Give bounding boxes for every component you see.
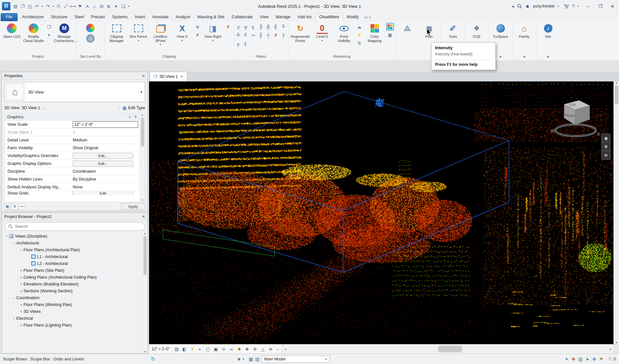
regenerate-points-button[interactable]: ↻ Regenerate Points <box>290 22 311 53</box>
vertical-scrollbar[interactable]: ▲ ▼ <box>613 81 619 344</box>
tab-view[interactable]: View <box>256 13 272 21</box>
tree-item[interactable]: L1 - Architectural <box>3 253 142 260</box>
temp-view-properties-icon[interactable]: ❖ <box>243 345 251 353</box>
panel-dropdown-family[interactable]: ▾ <box>514 53 535 60</box>
swap-points-icon[interactable]: ⇅ <box>356 39 363 47</box>
view-tab-close-icon[interactable]: ✕ <box>180 75 183 79</box>
steering-wheel-icon[interactable]: ◉ <box>602 134 610 142</box>
level-0-button[interactable]: 0 Level 0 ▾ <box>311 22 333 53</box>
tab-analyze[interactable]: Analyze <box>172 13 194 21</box>
help-dropdown-icon[interactable]: ▾ <box>578 5 581 8</box>
design-options-icon-2[interactable]: ▧ <box>255 357 259 362</box>
thin-lines-icon[interactable]: ≣ <box>105 3 112 10</box>
detail-level-value[interactable]: Medium <box>71 138 145 142</box>
tab-file[interactable]: File <box>1 13 18 21</box>
scroll-down-icon[interactable]: ▼ <box>615 341 618 344</box>
hide-isolate-icon[interactable]: ∞ <box>228 345 235 353</box>
user-menu-dropdown-icon[interactable]: ▾ <box>557 5 561 8</box>
press-drag-icon[interactable]: ⚑ <box>599 357 603 362</box>
aligned-dimension-icon[interactable]: ⟷ <box>69 3 76 10</box>
shadows-icon[interactable]: ◐ <box>196 345 204 353</box>
remove-clip-icon[interactable]: ✗ <box>194 31 201 38</box>
worksets-control[interactable]: ☻ ▾ <box>237 357 244 361</box>
fitter-icon[interactable]: ═ <box>250 32 257 39</box>
tree-item[interactable]: −Views (Discipline) <box>3 233 142 240</box>
intensity-mapping-icon[interactable] <box>386 23 394 30</box>
view-tab-3d-view-1[interactable]: ❒ 3D View 1 ✕ <box>150 72 187 81</box>
design-option-select[interactable]: Main Model ▾ <box>261 356 330 363</box>
add-clip-icon[interactable]: ⊕ <box>194 23 201 30</box>
fitter-icon[interactable]: ╚ <box>280 23 287 30</box>
set-level-gray-icon[interactable]: ⊙ <box>86 34 95 43</box>
graphics-section-header[interactable]: Graphics ∧⇈ <box>5 113 145 121</box>
tag-icon[interactable]: ⚑ <box>77 3 83 10</box>
select-by-face-icon[interactable]: ➤ <box>586 357 590 362</box>
visual-style-icon[interactable]: ◧ <box>181 345 188 353</box>
crop-view-icon[interactable]: ▢ <box>204 345 212 353</box>
file-icon[interactable]: ▤ <box>12 3 19 10</box>
tree-item[interactable]: −Coordination <box>3 294 142 301</box>
lock-orientation-icon[interactable]: ⊙ <box>220 345 227 353</box>
select-pinned-icon[interactable]: ✚ <box>572 357 576 362</box>
select-underlay-icon[interactable]: ▥ <box>578 357 582 362</box>
fitter-icon[interactable]: ╗ <box>250 23 257 30</box>
tab-precast[interactable]: Precast <box>87 13 108 21</box>
reveal-hidden-icon[interactable]: ✹ <box>235 345 243 353</box>
collapse-all-icon[interactable]: ⇈ <box>134 115 137 119</box>
design-options-icon[interactable]: ▦ <box>249 357 253 362</box>
level-dropdown-icon[interactable]: ▾ <box>322 39 323 42</box>
tab-cloudworx[interactable]: CloudWorx <box>315 13 343 21</box>
weather-overlay-icon[interactable]: ☁ <box>356 23 363 30</box>
vg-overrides-edit-button[interactable]: Edit... <box>73 153 133 159</box>
set-level-color-icon[interactable] <box>86 24 95 32</box>
search-box[interactable] <box>5 222 145 231</box>
restore-button[interactable]: ❐ <box>596 2 605 10</box>
view-scale-input[interactable] <box>73 121 138 128</box>
import-folder-icon[interactable]: ❒ <box>45 23 53 30</box>
fitter-icon[interactable]: ┼ <box>265 32 272 39</box>
search-icon[interactable] <box>517 4 522 9</box>
lighting-icon[interactable]: ⚡ <box>356 31 363 38</box>
scroll-down-icon[interactable]: ▼ <box>141 199 144 202</box>
fitter-icon[interactable]: ╦ <box>242 23 249 30</box>
tab-modify[interactable]: Modify <box>343 13 362 21</box>
tab-collaborate[interactable]: Collaborate <box>228 13 256 21</box>
viewcube-west-label[interactable]: W <box>551 128 555 133</box>
filter-control[interactable]: ▽ :0 <box>609 357 616 361</box>
slice-tool-button[interactable]: ⟁ <box>397 22 418 53</box>
default-3d-view-icon[interactable]: ⌂ <box>91 3 98 10</box>
fitter-icon[interactable]: ╬ <box>265 23 272 30</box>
undo-icon[interactable]: ↶ <box>34 3 40 10</box>
sort-descending-icon[interactable]: ≔ <box>19 203 25 210</box>
drag-on-selection-icon[interactable]: ✥ <box>592 357 596 362</box>
horizontal-scrollbar[interactable]: ◂ ▸ <box>282 344 613 354</box>
limitbox-3point-button[interactable]: LimitBox 3Point ▾ <box>150 22 171 53</box>
pan-icon[interactable]: ✥ <box>602 142 610 151</box>
point-visibility-button[interactable]: Point Visibility <box>333 22 355 53</box>
scroll-right-icon[interactable]: ▸ <box>608 347 613 351</box>
tree-scrollbar[interactable]: ▲ ▼ <box>142 232 147 353</box>
tree-item[interactable]: +Floor Plans (Site Plan) <box>3 267 142 274</box>
view-x-dropdown-icon[interactable]: ▾ <box>182 39 183 42</box>
tree-item[interactable]: −Floor Plans (Architectural Plan) <box>3 246 142 253</box>
properties-scrollbar[interactable]: ▲ ▼ <box>140 113 145 202</box>
collapse-control-bar-icon[interactable]: ‹ <box>275 345 280 353</box>
tab-structure[interactable]: Structure <box>47 13 71 21</box>
scroll-thumb[interactable] <box>438 346 462 352</box>
username[interactable]: yuriy.frenkel <box>533 4 554 8</box>
fitter-icon[interactable]: ║ <box>257 32 264 39</box>
view-right-button[interactable]: ◨ View Right ▾ <box>202 22 224 53</box>
type-selector-dropdown-icon[interactable]: ▾ <box>140 90 145 94</box>
close-button[interactable]: ✕ <box>608 2 617 10</box>
default-analysis-value[interactable]: None <box>71 185 145 189</box>
show-grids-edit-button[interactable]: Edit <box>73 191 133 195</box>
scroll-thumb[interactable] <box>143 236 147 275</box>
text-icon[interactable]: A <box>84 3 91 10</box>
parts-visibility-value[interactable]: Show Original <box>71 146 145 150</box>
properties-header[interactable]: Properties ✕ <box>2 72 147 80</box>
tree-item[interactable]: −Electrical <box>3 315 142 322</box>
user-interface-icon[interactable]: ✦ <box>113 3 119 10</box>
fitter-remove-icon[interactable]: ✗ <box>272 32 279 39</box>
apply-button[interactable]: Apply <box>121 203 145 210</box>
tab-steel[interactable]: Steel <box>71 13 88 21</box>
